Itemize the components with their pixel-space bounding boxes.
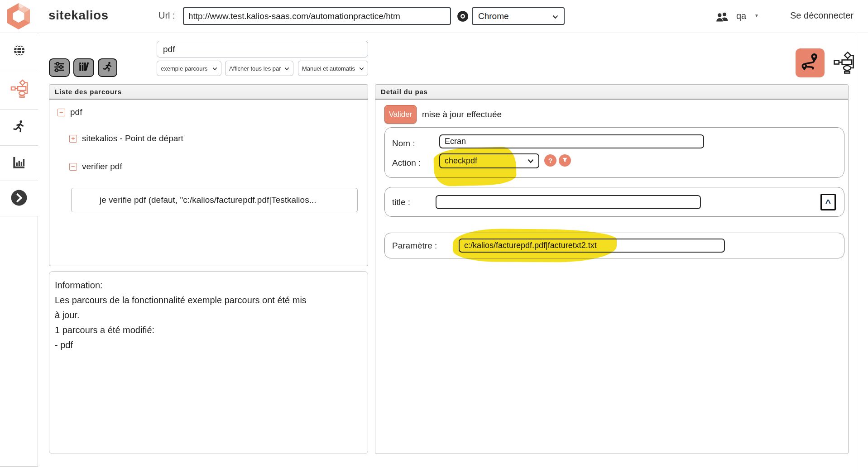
nom-input[interactable] — [439, 134, 704, 148]
user-menu-caret-icon[interactable]: ▼ — [754, 13, 759, 18]
tree-item-label[interactable]: sitekalios - Point de départ — [82, 134, 183, 143]
step-param-fieldset: Paramètre : — [384, 233, 844, 258]
browser-select-value: Chrome — [478, 11, 509, 21]
status-message: mise à jour effectuée — [422, 110, 502, 119]
help-button[interactable]: ? — [544, 154, 556, 167]
filter-button[interactable] — [559, 154, 571, 167]
flow-view-button[interactable] — [831, 50, 856, 76]
sliders-icon — [53, 61, 66, 75]
collapse-up-button[interactable]: ^ — [820, 194, 836, 210]
display-select[interactable]: Afficher tous les par — [225, 61, 293, 76]
funnel-icon — [562, 157, 568, 164]
sidebar-item-executions[interactable] — [0, 110, 38, 146]
title-label: title : — [392, 197, 410, 207]
browser-ball-icon — [456, 10, 469, 23]
sidebar-item-expand[interactable] — [0, 181, 38, 216]
sidebar-item-parcours[interactable] — [0, 69, 38, 110]
chevron-down-icon — [284, 65, 289, 72]
chevron-down-icon — [528, 156, 534, 166]
step-main-fieldset: Nom : Action : checkpdf ? — [384, 127, 844, 178]
mode-select-value: Manuel et automatis — [302, 65, 355, 72]
action-select-value: checkpdf — [445, 156, 477, 166]
runner-icon — [12, 119, 26, 136]
action-select[interactable]: checkpdf — [439, 153, 539, 168]
info-line: Les parcours de la fonctionnalité exempl… — [55, 293, 362, 308]
bar-chart-icon — [12, 156, 26, 171]
user-menu[interactable]: qa — [736, 11, 746, 21]
title-input[interactable] — [436, 195, 701, 209]
expand-toggle-icon[interactable]: + — [69, 135, 77, 143]
header: sitekalios Url : Chrome qa — [0, 0, 868, 33]
route-map-icon — [800, 52, 820, 74]
browser-select[interactable]: Chrome — [472, 7, 565, 25]
display-select-value: Afficher tous les par — [229, 65, 281, 72]
logout-link[interactable]: Se déconnecter — [790, 10, 854, 21]
filter-settings-button[interactable] — [49, 58, 70, 77]
detail-panel: Detail du pas Valider mise à jour effect… — [375, 84, 849, 454]
parametre-label: Paramètre : — [392, 241, 437, 251]
tree-item-verifier-pdf[interactable]: − verifier pdf — [69, 162, 122, 172]
info-line: Information: — [55, 278, 362, 293]
parcours-panel-title: Liste des parcours — [49, 85, 368, 100]
url-label: Url : — [158, 10, 175, 21]
runner-icon — [102, 61, 114, 75]
info-line: 1 parcours a été modifié: — [55, 323, 362, 338]
flowchart-icon — [832, 50, 855, 76]
library-button[interactable] — [73, 58, 94, 77]
tree-item-pdf[interactable]: − pdf — [58, 107, 82, 117]
info-line: à jour. — [55, 308, 362, 323]
run-button[interactable] — [98, 58, 117, 77]
flowchart-icon — [10, 79, 29, 100]
step-title-fieldset: title : ^ — [384, 187, 844, 217]
parcours-panel: Liste des parcours − pdf + sitekalios - … — [49, 84, 368, 266]
route-view-button[interactable] — [796, 48, 825, 77]
chevron-circle-icon — [10, 189, 28, 208]
globe-icon — [13, 44, 26, 59]
info-line: - pdf — [55, 338, 362, 353]
kalios-logo-icon — [5, 2, 33, 30]
detail-panel-title: Detail du pas — [375, 85, 848, 100]
app-root: sitekalios Url : Chrome qa — [0, 0, 868, 473]
mode-select[interactable]: Manuel et automatis — [298, 61, 368, 76]
tree-item-point-de-depart[interactable]: + sitekalios - Point de départ — [69, 134, 183, 143]
tree-step-item[interactable]: je verifie pdf (defaut, "c:/kalios/factu… — [71, 188, 358, 212]
url-input[interactable] — [183, 7, 451, 25]
collapse-toggle-icon[interactable]: − — [58, 109, 65, 116]
sidebar — [0, 0, 38, 467]
parametre-input[interactable] — [459, 239, 725, 253]
collapse-toggle-icon[interactable]: − — [69, 163, 77, 171]
tree-item-label[interactable]: verifier pdf — [82, 162, 122, 172]
chevron-down-icon — [212, 65, 217, 72]
functionality-select-value: exemple parcours — [161, 65, 207, 72]
search-input[interactable] — [157, 41, 368, 57]
app-title: sitekalios — [48, 8, 109, 23]
chevron-down-icon — [552, 11, 558, 21]
information-text: Information: Les parcours de la fonction… — [49, 272, 368, 359]
chevron-down-icon — [359, 65, 364, 72]
library-icon — [77, 61, 90, 75]
content-right-border — [856, 33, 856, 473]
sidebar-item-reports[interactable] — [0, 146, 38, 181]
action-label: Action : — [392, 158, 421, 168]
tree-item-label[interactable]: pdf — [70, 107, 82, 117]
sidebar-item-sites[interactable] — [0, 33, 38, 69]
users-icon[interactable] — [715, 11, 730, 24]
information-panel: Information: Les parcours de la fonction… — [49, 271, 368, 454]
valider-button[interactable]: Valider — [384, 105, 417, 124]
functionality-select[interactable]: exemple parcours — [157, 61, 221, 76]
nom-label: Nom : — [392, 139, 415, 148]
